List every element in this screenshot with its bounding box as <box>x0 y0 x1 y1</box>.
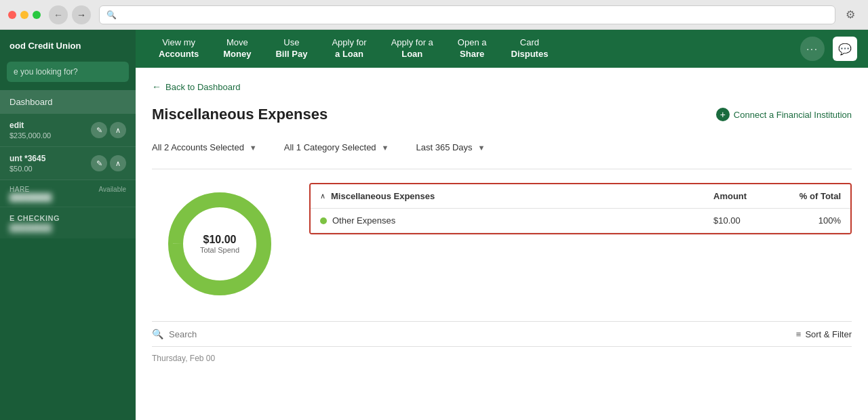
filters-row: All 2 Accounts Selected ▼ All 1 Category… <box>152 137 852 169</box>
back-to-dashboard-link[interactable]: ← Back to Dashboard <box>152 81 852 92</box>
expense-dot <box>320 217 327 224</box>
sidebar-account-balance-credit: $235,000.00 <box>9 131 91 140</box>
search-container: 🔍 <box>152 329 796 339</box>
nav-apply-loan-line1: Apply for <box>332 37 366 49</box>
nav-bill-pay-line2: Bill Pay <box>275 49 307 60</box>
nav-open-share[interactable]: Open a Share <box>446 32 499 66</box>
app-container: ood Credit Union e you looking for? Dash… <box>0 30 868 420</box>
search-icon: 🔍 <box>152 329 163 339</box>
back-button[interactable]: ← <box>49 5 68 24</box>
sort-filter-label: Sort & Filter <box>805 329 852 339</box>
edit-account2-icon[interactable]: ✎ <box>91 155 107 171</box>
sidebar-share-available-label: Available <box>99 186 126 193</box>
donut-chart: $10.00 Total Spend <box>152 183 288 305</box>
nav-apply-loan-2-line2: Loan <box>391 49 433 60</box>
expenses-collapse-icon[interactable]: ∧ <box>320 192 326 201</box>
sidebar-account-actions-2: ✎ ∧ <box>91 155 126 171</box>
sidebar-item-dashboard[interactable]: Dashboard <box>0 90 136 114</box>
sidebar: ood Credit Union e you looking for? Dash… <box>0 30 136 420</box>
sidebar-account-balance-2: $50.00 <box>9 165 91 173</box>
sidebar-account-2: unt *3645 $50.00 ✎ ∧ <box>0 147 136 180</box>
browser-chrome: ← → 🔍 ⚙ <box>0 0 868 30</box>
category-chevron-icon: ▼ <box>382 144 389 152</box>
browser-nav: ← → <box>49 5 91 24</box>
expenses-table-container: ∧ Miscellaneous Expenses Amount % of Tot… <box>309 183 852 234</box>
nav-bill-pay[interactable]: Use Bill Pay <box>263 32 319 66</box>
date-label: Thursday, Feb 00 <box>152 354 215 363</box>
search-input[interactable] <box>169 329 796 339</box>
chart-table-area: $10.00 Total Spend ∧ Miscellaneous Expen… <box>152 183 852 305</box>
sort-filter-icon: ≡ <box>796 329 802 339</box>
sidebar-checking-label: E CHECKING <box>9 214 126 222</box>
category-filter-dropdown[interactable]: All 1 Category Selected ▼ <box>284 137 400 158</box>
table-row[interactable]: Other Expenses $10.00 100% <box>311 209 850 233</box>
sort-filter-button[interactable]: ≡ Sort & Filter <box>796 329 852 339</box>
nav-card-disputes-line1: Card <box>511 37 549 49</box>
nav-apply-loan[interactable]: Apply for a Loan <box>319 32 378 66</box>
chat-icon: 💬 <box>838 43 852 56</box>
nav-bill-pay-line1: Use <box>275 37 307 49</box>
nav-view-accounts[interactable]: View my Accounts <box>146 32 211 66</box>
connect-institution-button[interactable]: + Connect a Financial Institution <box>716 108 852 121</box>
expense-row-amount: $10.00 <box>713 215 781 226</box>
back-label: Back to Dashboard <box>165 82 241 92</box>
address-bar[interactable]: 🔍 <box>99 5 835 24</box>
donut-label: Total Spend <box>200 246 239 254</box>
search-filter-row: 🔍 ≡ Sort & Filter <box>152 321 852 346</box>
connect-institution-label: Connect a Financial Institution <box>734 110 852 120</box>
date-filter-dropdown[interactable]: Last 365 Days ▼ <box>416 137 496 158</box>
accounts-chevron-icon: ▼ <box>250 144 257 152</box>
nav-more-button[interactable]: ··· <box>800 37 825 61</box>
sidebar-account-name-credit: edit <box>9 121 91 130</box>
collapse-account2-icon[interactable]: ∧ <box>110 155 126 171</box>
nav-view-accounts-line1: View my <box>159 37 199 49</box>
back-arrow-icon: ← <box>152 81 161 92</box>
nav-move-money[interactable]: Move Money <box>211 32 263 66</box>
nav-items: View my Accounts Move Money Use Bill Pay… <box>146 32 800 66</box>
sidebar-checking-item: E CHECKING ████████ <box>0 207 136 238</box>
browser-traffic-lights <box>8 11 41 19</box>
edit-account-icon[interactable]: ✎ <box>91 122 107 138</box>
minimize-dot[interactable] <box>20 11 28 19</box>
date-filter-label: Last 365 Days <box>416 142 473 152</box>
expenses-table-header: ∧ Miscellaneous Expenses Amount % of Tot… <box>311 184 850 209</box>
date-row: Thursday, Feb 00 <box>152 346 852 370</box>
nav-card-disputes[interactable]: Card Disputes <box>499 32 561 66</box>
date-chevron-icon: ▼ <box>478 144 486 152</box>
maximize-dot[interactable] <box>33 11 41 19</box>
donut-center: $10.00 Total Spend <box>200 234 239 254</box>
main-content: View my Accounts Move Money Use Bill Pay… <box>136 30 868 420</box>
top-nav: View my Accounts Move Money Use Bill Pay… <box>136 30 868 68</box>
sidebar-account-actions-credit: ✎ ∧ <box>91 122 126 138</box>
sidebar-brand: ood Credit Union <box>0 30 136 62</box>
collapse-account-icon[interactable]: ∧ <box>110 122 126 138</box>
expenses-section-title: Miscellaneous Expenses <box>331 191 708 201</box>
nav-open-share-line1: Open a <box>458 37 487 49</box>
nav-apply-loan-2[interactable]: Apply for a Loan <box>379 32 446 66</box>
page-header: Miscellaneous Expenses + Connect a Finan… <box>152 106 852 123</box>
donut-amount: $10.00 <box>200 234 239 246</box>
sidebar-share-label: HARE <box>9 186 30 193</box>
plus-circle-icon: + <box>716 108 730 121</box>
sidebar-account-credit: edit $235,000.00 ✎ ∧ <box>0 114 136 147</box>
forward-button[interactable]: → <box>72 5 91 24</box>
expense-row-name: Other Expenses <box>332 215 708 226</box>
sidebar-account-name-2: unt *3645 <box>9 154 91 163</box>
sidebar-share-amount: ████████ <box>9 193 126 201</box>
nav-right: ··· 💬 <box>800 37 857 61</box>
sidebar-share-item: HARE Available ████████ <box>0 180 136 207</box>
page-content: ← Back to Dashboard Miscellaneous Expens… <box>136 68 868 420</box>
accounts-filter-label: All 2 Accounts Selected <box>152 142 244 152</box>
category-filter-label: All 1 Category Selected <box>284 142 376 152</box>
close-dot[interactable] <box>8 11 16 19</box>
nav-move-money-line2: Money <box>223 49 251 60</box>
nav-move-money-line1: Move <box>223 37 251 49</box>
nav-chat-button[interactable]: 💬 <box>833 37 857 61</box>
accounts-filter-dropdown[interactable]: All 2 Accounts Selected ▼ <box>152 137 268 158</box>
nav-card-disputes-line2: Disputes <box>511 49 549 60</box>
nav-view-accounts-line2: Accounts <box>159 49 199 60</box>
page-title: Miscellaneous Expenses <box>152 106 328 123</box>
sidebar-search[interactable]: e you looking for? <box>7 62 129 82</box>
expense-row-pct: 100% <box>787 215 841 226</box>
address-search-icon: 🔍 <box>106 10 117 20</box>
